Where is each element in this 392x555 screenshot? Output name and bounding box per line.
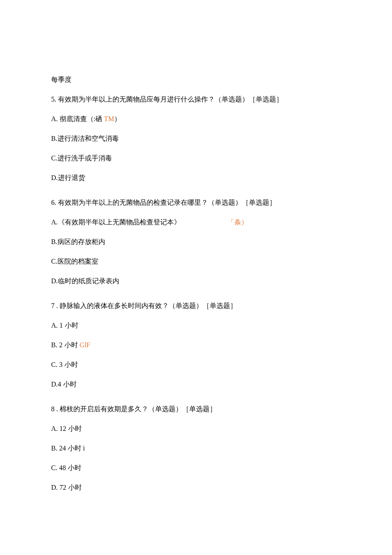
q5-a-suffix: ） <box>114 115 121 122</box>
q8-option-b: B. 24 小时 i <box>51 443 341 453</box>
q6-option-c: C.医院的档案室 <box>51 256 341 267</box>
q7-b-orange: GlF <box>80 341 90 349</box>
q5-option-a: A. 彻底清查（:硒 TM） <box>51 114 341 124</box>
q6-a-prefix: A.《有效期半年以上无菌物品检查登记本》 <box>51 218 181 226</box>
q8-option-a: A. 12 小时 <box>51 424 341 434</box>
q5-option-b: B.进行清洁和空气消毒 <box>51 134 341 144</box>
q8-option-c: C. 48 小时 <box>51 463 341 473</box>
q6-option-a: A.《有效期半年以上无菌物品检查登记本》「条） <box>51 217 341 227</box>
q6-option-b: B.病区的存放柜内 <box>51 237 341 247</box>
q5-option-c: C.进行洗手或手消毒 <box>51 153 341 163</box>
q5-stem: 5. 有效期为半年以上的无菌物品应每月进行什么操作？（单选题）［单选题］ <box>51 94 341 105</box>
q7-option-a: A. 1 小时 <box>51 320 341 331</box>
q6-a-orange: 「条） <box>228 218 248 226</box>
q6-stem: 6. 有效期为半年以上的无菌物品的检查记录在哪里？（单选题）［单选题］ <box>51 198 341 208</box>
document-page: 每季度 5. 有效期为半年以上的无菌物品应每月进行什么操作？（单选题）［单选题］… <box>0 0 392 555</box>
q6-option-d: D.临时的纸质记录表内 <box>51 276 341 286</box>
q7-option-d: D.4 小时 <box>51 379 341 389</box>
pre-text: 每季度 <box>51 75 341 85</box>
q8-stem: 8 . 棉枝的开启后有效期是多久？（单选题）［单选题］ <box>51 404 341 414</box>
q7-option-c: C. 3 小时 <box>51 360 341 370</box>
q5-a-orange: TM <box>104 115 114 122</box>
q5-option-d: D.进行退货 <box>51 173 341 183</box>
q5-a-prefix: A. 彻底清查（:硒 <box>51 115 104 122</box>
q7-option-b: B. 2 小时 GlF <box>51 340 341 350</box>
q7-stem: 7 . 静脉输入的液体在多长时间内有效？（单选题）［单选题］ <box>51 301 341 311</box>
q7-b-prefix: B. 2 小时 <box>51 341 80 349</box>
q8-option-d: D. 72 小时 <box>51 482 341 493</box>
